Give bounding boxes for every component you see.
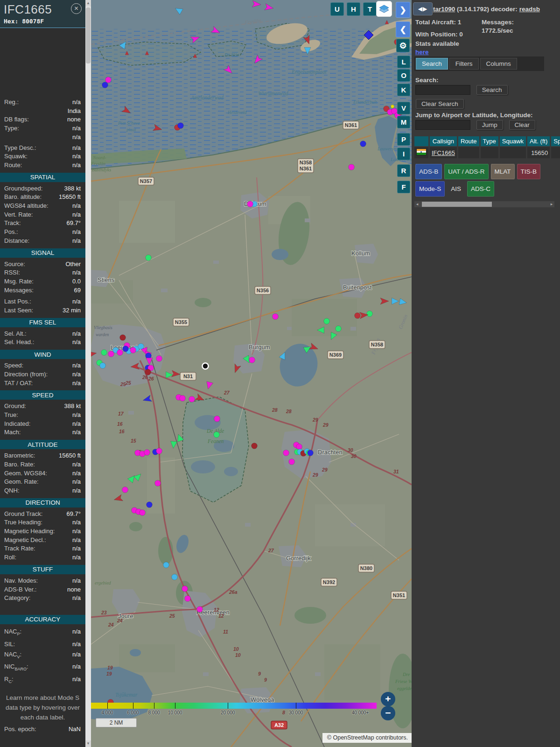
- aircraft-marker[interactable]: [336, 326, 342, 332]
- next-aircraft-button[interactable]: ❯: [396, 2, 410, 18]
- aircraft-marker[interactable]: [120, 335, 126, 341]
- aircraft-marker[interactable]: [140, 510, 146, 516]
- aircraft-marker[interactable]: [147, 502, 153, 508]
- aircraft-marker[interactable]: [203, 363, 209, 369]
- aircraft-marker[interactable]: [178, 123, 184, 129]
- hscroll-thumb[interactable]: [422, 202, 492, 207]
- aircraft-marker[interactable]: [296, 444, 302, 450]
- aircraft-marker[interactable]: [189, 396, 195, 402]
- aircraft-marker[interactable]: [156, 448, 162, 454]
- tab-filters[interactable]: Filters: [449, 58, 479, 70]
- aircraft-marker[interactable]: [367, 311, 373, 317]
- aircraft-marker[interactable]: [308, 450, 314, 456]
- filter-badge-mode-s[interactable]: Mode-S: [415, 181, 445, 197]
- aircraft-marker[interactable]: [355, 313, 361, 319]
- aircraft-marker[interactable]: [156, 356, 162, 362]
- sidebar-scrollbar[interactable]: ▲ ▼: [85, 0, 91, 747]
- aircraft-marker[interactable]: [172, 574, 178, 580]
- aircraft-marker[interactable]: [155, 480, 161, 486]
- aircraft-marker[interactable]: [391, 105, 394, 108]
- aircraft-marker[interactable]: [123, 346, 129, 352]
- aircraft-marker[interactable]: [214, 432, 220, 438]
- aircraft-marker[interactable]: [163, 562, 169, 568]
- settings-button[interactable]: ⚙: [396, 39, 410, 52]
- tar1090-link[interactable]: tar1090: [433, 6, 455, 13]
- filter-badge-ais[interactable]: AIS: [447, 181, 465, 197]
- aircraft-marker[interactable]: [273, 314, 279, 320]
- aircraft-marker[interactable]: [197, 606, 203, 613]
- map-button-i[interactable]: I: [397, 148, 410, 160]
- callsign-column-header[interactable]: Callsign: [430, 136, 457, 146]
- aircraft-marker[interactable]: [324, 318, 330, 324]
- aircraft-marker[interactable]: [214, 416, 220, 422]
- aircraft-marker[interactable]: [101, 350, 107, 356]
- aircraft-marker[interactable]: [117, 350, 123, 356]
- readsb-link[interactable]: readsb: [519, 6, 540, 13]
- scroll-left-icon[interactable]: ◂: [414, 201, 420, 207]
- aircraft-marker[interactable]: [105, 77, 112, 83]
- map-button-l[interactable]: L: [397, 56, 410, 68]
- aircraft-marker[interactable]: [283, 450, 289, 456]
- stats-here-link[interactable]: here: [415, 48, 560, 56]
- search-input[interactable]: [415, 85, 470, 95]
- type-column-header[interactable]: Type: [481, 136, 498, 146]
- map-button-m[interactable]: M: [397, 116, 410, 128]
- map-button-f[interactable]: F: [397, 181, 410, 193]
- map-button-t[interactable]: T: [363, 2, 377, 16]
- tab-columns[interactable]: Columns: [480, 58, 517, 70]
- tab-search[interactable]: Search: [416, 58, 448, 70]
- aircraft-marker[interactable]: [100, 363, 106, 369]
- aircraft-marker[interactable]: [146, 255, 152, 261]
- map-svg[interactable]: EngelsmanplaatAmelanderwadWierumerwadHei…: [91, 0, 412, 747]
- map-button-h[interactable]: H: [347, 2, 360, 16]
- zoom-in-button[interactable]: +: [381, 692, 395, 706]
- row-callsign-link[interactable]: IFC1665: [432, 149, 455, 156]
- aircraft-marker[interactable]: [102, 82, 108, 88]
- osm-attribution[interactable]: © OpenStreetMap contributors.: [322, 733, 412, 743]
- filter-badge-uat-ads-r[interactable]: UAT / ADS-R: [444, 164, 488, 179]
- table-horizontal-scrollbar[interactable]: ◂ ▸: [414, 201, 554, 207]
- layers-button[interactable]: [376, 1, 392, 17]
- close-icon[interactable]: ✕: [71, 3, 82, 14]
- scroll-up-icon[interactable]: ▲: [85, 0, 91, 7]
- filter-badge-ads-b[interactable]: ADS-B: [415, 164, 442, 179]
- route-column-header[interactable]: Route: [458, 136, 479, 146]
- filter-badge-mlat[interactable]: MLAT: [491, 164, 515, 179]
- aircraft-marker[interactable]: [144, 450, 150, 456]
- aircraft-marker[interactable]: [182, 586, 188, 592]
- aircraft-marker[interactable]: [185, 596, 191, 602]
- map-button-u[interactable]: U: [330, 2, 344, 16]
- scroll-down-icon[interactable]: ▼: [85, 740, 91, 747]
- aircraft-marker[interactable]: [180, 395, 186, 402]
- aircraft-marker[interactable]: [349, 164, 355, 170]
- jump-button[interactable]: Jump: [476, 120, 503, 130]
- search-button[interactable]: Search: [476, 85, 508, 95]
- aircraft-marker[interactable]: [108, 351, 114, 357]
- squawk-column-header[interactable]: Squawk: [500, 136, 526, 146]
- jump-input[interactable]: [415, 120, 470, 130]
- aircraft-marker[interactable]: [130, 347, 136, 353]
- aircraft-marker[interactable]: [249, 357, 255, 363]
- map-button-r[interactable]: R: [397, 164, 410, 177]
- jump-clear-button[interactable]: Clear: [509, 120, 535, 130]
- filter-badge-tis-b[interactable]: TIS-B: [517, 164, 541, 179]
- map-button-p[interactable]: P: [397, 133, 410, 146]
- clear-search-button[interactable]: Clear Search: [416, 99, 464, 109]
- map-button-v[interactable]: V: [397, 102, 410, 114]
- aircraft-marker[interactable]: [360, 141, 366, 147]
- filter-badge-ads-c[interactable]: ADS-C: [467, 181, 494, 197]
- scrollbar-thumb[interactable]: [86, 7, 91, 63]
- aircraft-marker[interactable]: [138, 344, 144, 350]
- aircraft-marker[interactable]: [122, 487, 128, 493]
- zoom-out-button[interactable]: −: [381, 706, 395, 720]
- prev-aircraft-button[interactable]: ❮: [396, 21, 410, 37]
- alt-column-header[interactable]: Alt. (ft): [527, 136, 550, 146]
- map-canvas[interactable]: EngelsmanplaatAmelanderwadWierumerwadHei…: [91, 0, 412, 747]
- spd-column-header[interactable]: Spd.: [551, 136, 560, 146]
- aircraft-marker[interactable]: [289, 459, 295, 465]
- scroll-right-icon[interactable]: ▸: [549, 201, 554, 207]
- table-row[interactable]: IFC1665 15650: [414, 147, 560, 158]
- map-button-o[interactable]: O: [397, 69, 410, 82]
- flag-column-header[interactable]: [414, 136, 428, 146]
- map-button-k[interactable]: K: [397, 84, 410, 96]
